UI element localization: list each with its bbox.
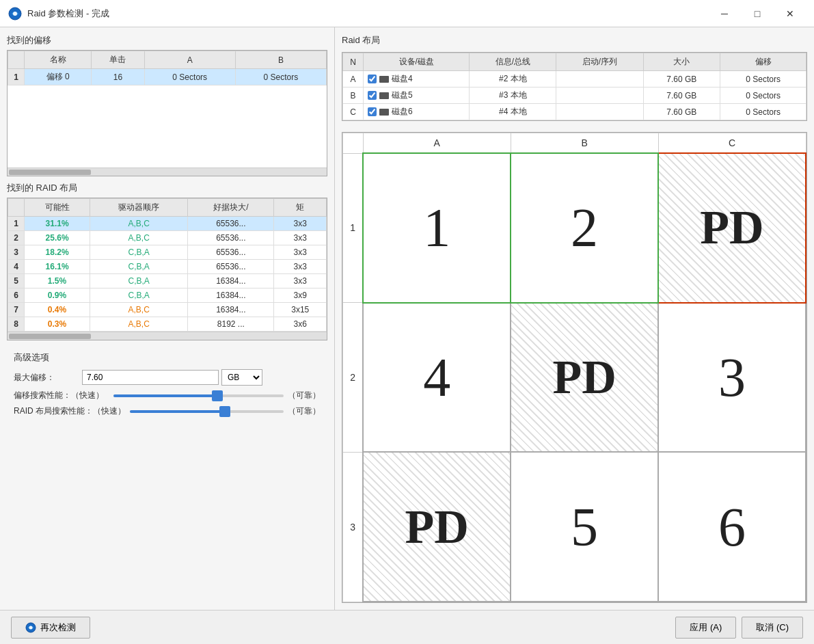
dev-col-boot: 启动/序列 [556,53,643,71]
col-num [8,51,25,69]
max-offset-unit-select[interactable]: GB MB [221,369,262,386]
raid-col-block: 好据块大/ [188,199,274,217]
disk-icon-b [379,92,389,99]
table-row[interactable]: 1 偏移 0 16 0 Sectors 0 Sectors [8,69,327,85]
raid-search-row: RAID 布局搜索性能：（快速） （可靠） [14,405,321,417]
grid-row-label-1: 1 [343,153,364,303]
table-row[interactable]: 1 31.1% A,B,C 65536... 3x3 [8,217,327,231]
dev-col-n: N [343,53,364,71]
raid-search-fill [130,410,222,413]
dev-offset-a: 0 Sectors [720,71,806,88]
offsets-scrollbar[interactable] [8,167,327,176]
device-row-b: B 磁盘5 #3 本地 7.60 GB 0 Sectors [343,88,806,104]
bottom-bar: 再次检测 应用 (A) 取消 (C) [0,610,814,644]
grid-row-label-2: 2 [343,303,364,453]
grid-cell-1b: 2 [511,153,658,303]
dev-checkbox-a[interactable] [368,75,377,83]
row-number: 1 [8,69,25,85]
maximize-button[interactable]: □ [742,3,773,25]
max-offset-label: 最大偏移： [14,372,82,384]
redetect-button[interactable]: 再次检测 [11,617,90,639]
dev-checkbox-b[interactable] [368,91,377,100]
cell-number-1: 1 [368,200,506,255]
main-content: 找到的偏移 名称 单击 A B [0,27,814,610]
minimize-button[interactable]: ─ [709,3,740,25]
left-panel: 找到的偏移 名称 单击 A B [0,27,335,610]
raid-scrollbar-thumb[interactable] [9,334,91,339]
found-offsets-section: 找到的偏移 名称 单击 A B [7,34,327,176]
cell-pd-2b: PD [515,353,653,401]
dev-checkbox-c[interactable] [368,107,377,116]
raid-scrollbar[interactable] [8,332,327,340]
cell-number-6: 6 [663,500,801,554]
found-raid-title: 找到的 RAID 布局 [7,182,327,194]
offset-name: 偏移 0 [25,69,92,85]
raid-layout-title: Raid 布局 [342,34,807,46]
raid-devices-table: N 设备/磁盘 信息/总线 启动/序列 大小 偏移 A [342,53,806,120]
offset-search-thumb[interactable] [212,390,223,401]
max-offset-row: 最大偏移： GB MB [14,369,321,386]
right-panel: Raid 布局 N 设备/磁盘 信息/总线 启动/序列 大小 偏移 [335,27,814,610]
grid-col-a: A [363,133,511,154]
grid-cell-1c: PD [658,153,806,303]
grid-cell-2c: 3 [658,303,806,453]
grid-row-3: 3 PD 5 6 [343,452,806,602]
offset-search-track[interactable] [113,394,284,397]
device-row-a: A 磁盘4 #2 本地 7.60 GB 0 Sectors [343,71,806,88]
grid-cell-3b: 5 [511,452,658,602]
found-raid-box: 可能性 驱动器顺序 好据块大/ 矩 1 31.1% A,B,C [7,198,327,340]
col-a: A [144,51,235,69]
svg-point-1 [13,12,17,16]
dev-disk-name-a: 磁盘4 [392,73,413,85]
cancel-button[interactable]: 取消 (C) [742,617,803,639]
grid-cell-2b: PD [511,303,658,453]
advanced-title: 高级选项 [14,351,321,364]
grid-row-2: 2 4 PD 3 [343,303,806,453]
col-name: 名称 [25,51,92,69]
offsets-scrollbar-thumb[interactable] [9,170,91,175]
raid-search-track[interactable] [130,410,284,413]
grid-table: A B C 1 1 2 [342,133,806,602]
close-button[interactable]: ✕ [774,3,806,25]
offset-search-right: （可靠） [288,390,321,401]
cell-number-2: 2 [515,200,653,255]
dev-disk-b: 磁盘5 [368,90,465,101]
apply-button[interactable]: 应用 (A) [675,617,736,639]
cell-number-4: 4 [368,350,506,405]
table-row[interactable]: 5 1.5% C,B,A 16384... 3x3 [8,274,327,289]
offset-search-label: 偏移搜索性能：（快速） [14,390,109,401]
max-offset-input[interactable] [82,370,219,385]
dev-col-info: 信息/总线 [470,53,556,71]
offset-a: 0 Sectors [144,69,235,85]
raid-search-thumb[interactable] [219,406,230,417]
dev-disk-name-b: 磁盘5 [392,90,413,101]
table-row[interactable]: 7 0.4% A,B,C 16384... 3x15 [8,303,327,317]
dev-n-b: B [343,88,364,104]
bottom-left: 再次检测 [11,617,90,639]
redetect-label: 再次检测 [40,621,76,634]
dev-boot-b [556,88,643,104]
dev-info-b: #3 本地 [470,88,556,104]
found-raid-table: 可能性 驱动器顺序 好据块大/ 矩 1 31.1% A,B,C [8,198,327,332]
dev-info-a: #2 本地 [470,71,556,88]
col-b: B [235,51,326,69]
raid-col-order: 驱动器顺序 [90,199,188,217]
dev-col-size: 大小 [643,53,720,71]
table-row[interactable]: 6 0.9% C,B,A 16384... 3x9 [8,289,327,303]
grid-cell-2a: 4 [363,303,511,453]
dev-size-b: 7.60 GB [643,88,720,104]
title-bar: Raid 参数检测 - 完成 ─ □ ✕ [0,0,814,27]
svg-point-3 [29,626,33,629]
dev-size-a: 7.60 GB [643,71,720,88]
dev-disk-name-c: 磁盘6 [392,106,413,118]
dev-size-c: 7.60 GB [643,104,720,120]
grid-col-c: C [658,133,806,154]
dev-n-c: C [343,104,364,120]
cell-number-3: 3 [663,350,801,405]
table-row[interactable]: 8 0.3% A,B,C 8192 ... 3x6 [8,317,327,332]
grid-row-1: 1 1 2 PD [343,153,806,303]
table-row[interactable]: 3 18.2% C,B,A 65536... 3x3 [8,245,327,260]
table-row[interactable]: 2 25.6% A,B,C 65536... 3x3 [8,231,327,245]
table-row[interactable]: 4 16.1% C,B,A 65536... 3x3 [8,260,327,274]
dev-offset-c: 0 Sectors [720,104,806,120]
